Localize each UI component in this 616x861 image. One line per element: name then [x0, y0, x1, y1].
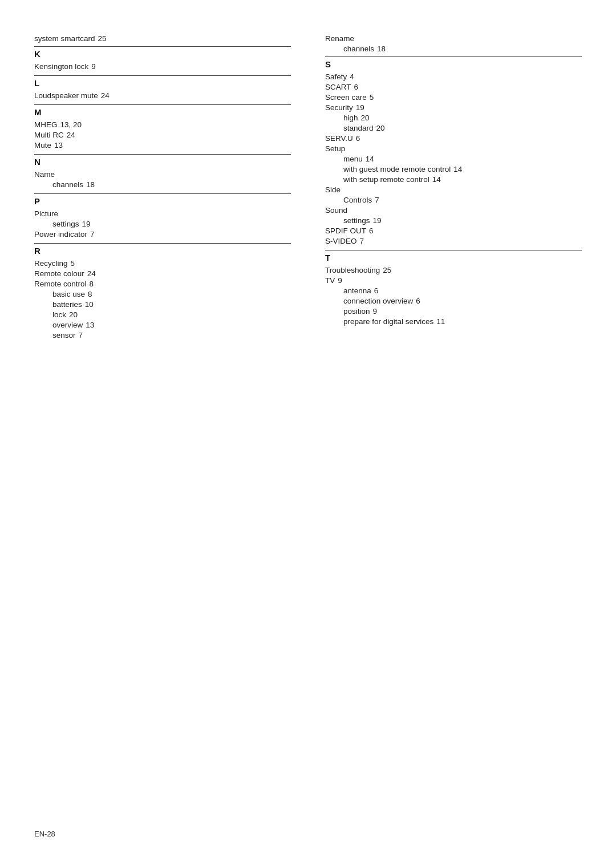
index-entry: antenna 6 — [325, 286, 582, 295]
entry-text: sensor — [52, 331, 76, 339]
index-section: Renamechannels 18SSafety 4SCART 6Screen … — [325, 34, 582, 245]
entry-text: batteries — [52, 300, 82, 309]
index-entry: prepare for digital services 11 — [325, 317, 582, 326]
entry-page: 8 — [90, 280, 94, 288]
entry-page: 18 — [377, 45, 386, 53]
section-divider — [34, 75, 291, 76]
section-divider — [325, 250, 582, 250]
section-divider — [34, 154, 291, 155]
entry-page: 14 — [432, 175, 441, 184]
entry-text: Power indicator — [34, 230, 87, 239]
entry-page: 20 — [361, 114, 370, 122]
entry-page: 10 — [85, 300, 94, 309]
right-column: Renamechannels 18SSafety 4SCART 6Screen … — [325, 34, 582, 344]
entry-text: MHEG — [34, 120, 58, 129]
entry-page: 24 — [67, 131, 75, 139]
entry-page: 7 — [375, 196, 379, 204]
page-content: system smartcard 25KKensington lock 9LLo… — [34, 23, 582, 344]
index-entry: Setup — [325, 144, 582, 153]
entry-text: position — [343, 307, 370, 316]
entry-text: Screen care — [325, 93, 367, 102]
entry-page: 19 — [373, 216, 382, 225]
entry-text: Kensington lock — [34, 62, 88, 71]
entry-text: connection overview — [343, 297, 413, 305]
entry-text: overview — [52, 321, 83, 329]
entry-text: Rename — [325, 34, 354, 43]
entry-text: TV — [325, 276, 335, 285]
section-letter: L — [34, 78, 291, 88]
index-entry: TV 9 — [325, 276, 582, 285]
entry-page: 9 — [373, 307, 378, 316]
index-entry: Remote colour 24 — [34, 269, 291, 278]
entry-text: Setup — [325, 144, 345, 153]
index-entry: SCART 6 — [325, 83, 582, 91]
section-divider — [34, 243, 291, 244]
entry-text: Troubleshooting — [325, 266, 380, 274]
section-letter: N — [34, 157, 291, 167]
entry-text: SCART — [325, 83, 351, 91]
index-entry: Controls 7 — [325, 196, 582, 204]
index-section: system smartcard 25KKensington lock 9 — [34, 34, 291, 71]
index-entry: overview 13 — [34, 321, 291, 329]
entry-page: 7 — [360, 237, 364, 245]
index-section: NNamechannels 18 — [34, 154, 291, 189]
entry-text: Picture — [34, 209, 58, 218]
index-section: RRecycling 5Remote colour 24Remote contr… — [34, 243, 291, 339]
footer-label: EN-28 — [34, 830, 55, 838]
page-footer: EN-28 — [34, 830, 55, 838]
entry-page: 5 — [71, 259, 75, 268]
index-entry: Recycling 5 — [34, 259, 291, 268]
entry-text: settings — [343, 216, 370, 225]
entry-text: high — [343, 114, 358, 122]
index-entry: with setup remote control 14 — [325, 175, 582, 184]
entry-page: 9 — [338, 276, 342, 285]
entry-text: Security — [325, 103, 353, 112]
index-section: PPicturesettings 19Power indicator 7 — [34, 193, 291, 239]
index-entry: sensor 7 — [34, 331, 291, 339]
section-letter: P — [34, 196, 291, 206]
entry-page: 4 — [350, 72, 354, 81]
index-entry: Screen care 5 — [325, 93, 582, 102]
entry-page: 14 — [453, 165, 462, 173]
index-entry: Multi RC 24 — [34, 131, 291, 139]
entry-text: Sound — [325, 206, 347, 215]
index-entry: SPDIF OUT 6 — [325, 227, 582, 235]
index-section: TTroubleshooting 25TV 9antenna 6connecti… — [325, 250, 582, 326]
index-entry: channels 18 — [325, 45, 582, 53]
entry-text: Mute — [34, 141, 51, 149]
entry-page: 6 — [374, 286, 379, 295]
entry-page: 14 — [366, 155, 374, 163]
index-entry: Name — [34, 170, 291, 179]
index-entry: Safety 4 — [325, 72, 582, 81]
entry-text: channels — [52, 180, 83, 189]
index-section: MMHEG 13, 20Multi RC 24Mute 13 — [34, 104, 291, 149]
entry-text: basic use — [52, 290, 85, 298]
entry-page: 13 — [86, 321, 94, 329]
entry-text: with setup remote control — [343, 175, 429, 184]
entry-text: SERV.U — [325, 134, 353, 143]
index-entry: Remote control 8 — [34, 280, 291, 288]
entry-text: Recycling — [34, 259, 68, 268]
index-entry: Side — [325, 185, 582, 194]
entry-page: 24 — [101, 91, 110, 100]
entry-text: system smartcard — [34, 34, 95, 43]
entry-page: 6 — [416, 297, 420, 305]
entry-page: 19 — [82, 220, 91, 228]
entry-page: 25 — [98, 34, 107, 43]
index-entry: connection overview 6 — [325, 297, 582, 305]
index-entry: Sound — [325, 206, 582, 215]
entry-text: lock — [52, 310, 66, 319]
index-entry: Security 19 — [325, 103, 582, 112]
index-entry: Troubleshooting 25 — [325, 266, 582, 274]
index-entry: settings 19 — [34, 220, 291, 228]
index-entry: Kensington lock 9 — [34, 62, 291, 71]
entry-text: settings — [52, 220, 79, 228]
section-divider — [325, 56, 582, 57]
index-entry: Rename — [325, 34, 582, 43]
section-divider — [34, 46, 291, 47]
entry-text: channels — [343, 45, 374, 53]
section-letter: R — [34, 246, 291, 256]
entry-page: 25 — [383, 266, 391, 274]
entry-text: Controls — [343, 196, 372, 204]
index-entry: standard 20 — [325, 124, 582, 132]
